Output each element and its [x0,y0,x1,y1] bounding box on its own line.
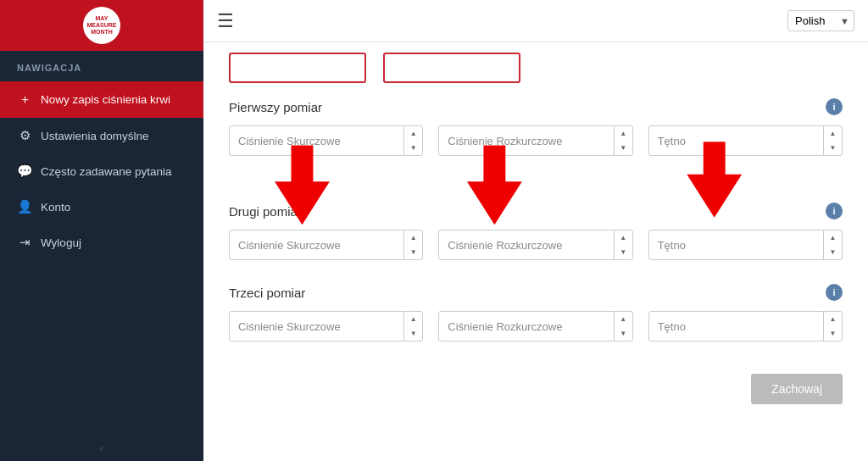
spinner-up[interactable]: ▲ [615,312,632,326]
field-placeholder: Ciśnienie Skurczowe [230,320,403,333]
spinner-down[interactable]: ▼ [615,141,632,155]
content-inner: Pierwszy pomiar i Ciśnienie Skurczowe ▲ … [203,42,868,461]
field-systolic-1: Ciśnienie Skurczowe ▲ ▼ [229,125,423,156]
section-title-3: Trzeci pomiar [229,286,305,300]
plus-icon: ＋ [17,92,32,108]
sidebar-logo: MAYMEASUREMONTH [0,0,203,51]
prev-button[interactable] [229,53,366,83]
topbar-right: Polish English German French ▼ [787,10,854,31]
info-icon-2[interactable]: i [826,203,843,219]
top-buttons-row [229,53,843,83]
spinner-diastolic-1[interactable]: ▲ ▼ [614,126,632,155]
spinner-down[interactable]: ▼ [824,141,842,155]
spinner-up[interactable]: ▲ [404,230,422,245]
section-title-2: Drugi pomiar [229,204,302,219]
info-icon-1[interactable]: i [826,98,843,115]
sidebar-item-label: Konto [41,201,70,214]
spinner-diastolic-2[interactable]: ▲ ▼ [614,230,632,259]
next-button[interactable] [383,53,520,83]
info-icon-3[interactable]: i [826,284,843,301]
field-placeholder: Ciśnienie Skurczowe [230,239,403,252]
content-area: Pierwszy pomiar i Ciśnienie Skurczowe ▲ … [203,42,868,461]
save-row: Zachowaj [229,365,843,404]
language-select[interactable]: Polish English German French [787,10,854,31]
spinner-systolic-2[interactable]: ▲ ▼ [403,230,422,259]
scroll-indicator: ‹ [100,442,103,454]
section-header-2: Drugi pomiar i [229,203,843,219]
spinner-up[interactable]: ▲ [404,126,422,141]
sidebar-item-label: Ustawienia domyślne [41,130,149,142]
field-placeholder: Tętno [649,239,823,252]
sidebar-item-logout[interactable]: ⇥ Wyloguj [0,225,203,260]
spinner-systolic-1[interactable]: ▲ ▼ [403,126,422,155]
save-button[interactable]: Zachowaj [751,374,843,404]
main-area: ☰ Polish English German French ▼ [203,0,868,461]
spinner-pulse-3[interactable]: ▲ ▼ [823,312,842,341]
field-placeholder: Ciśnienie Rozkurczowe [439,239,613,252]
sidebar-item-settings[interactable]: ⚙ Ustawienia domyślne [0,118,203,153]
spinner-down[interactable]: ▼ [824,326,842,341]
logout-icon: ⇥ [17,235,32,250]
chat-icon: 💬 [17,164,32,179]
section-title-1: Pierwszy pomiar [229,100,322,114]
field-pulse-3: Tętno ▲ ▼ [648,311,843,342]
sidebar-item-faq[interactable]: 💬 Często zadawane pytania [0,153,203,189]
field-placeholder: Tętno [649,135,823,147]
spinner-systolic-3[interactable]: ▲ ▼ [403,312,422,341]
field-placeholder: Tętno [649,320,823,333]
sidebar-item-new-record[interactable]: ＋ Nowy zapis ciśnienia krwi [0,81,203,118]
spinner-up[interactable]: ▲ [824,230,842,245]
section-header-3: Trzeci pomiar i [229,284,843,301]
sidebar-item-label: Wyloguj [41,236,81,249]
spinner-diastolic-3[interactable]: ▲ ▼ [614,312,632,341]
fields-row-3: Ciśnienie Skurczowe ▲ ▼ Ciśnienie Rozkur… [229,311,843,342]
measurements-container: Pierwszy pomiar i Ciśnienie Skurczowe ▲ … [229,98,843,342]
field-placeholder: Ciśnienie Rozkurczowe [439,135,613,147]
sidebar-item-account[interactable]: 👤 Konto [0,189,203,225]
field-placeholder: Ciśnienie Rozkurczowe [439,320,613,333]
logo: MAYMEASUREMONTH [83,7,120,44]
section-header-1: Pierwszy pomiar i [229,98,843,115]
sidebar-item-label: Często zadawane pytania [41,165,172,178]
measurement-section-1: Pierwszy pomiar i Ciśnienie Skurczowe ▲ … [229,98,843,156]
field-diastolic-3: Ciśnienie Rozkurczowe ▲ ▼ [438,311,632,342]
language-wrapper: Polish English German French ▼ [787,10,854,31]
spinner-pulse-2[interactable]: ▲ ▼ [823,230,842,259]
field-placeholder: Ciśnienie Skurczowe [230,135,403,147]
fields-row-1: Ciśnienie Skurczowe ▲ ▼ Ciśnienie Rozkur… [229,125,843,156]
spinner-up[interactable]: ▲ [615,126,632,141]
topbar: ☰ Polish English German French ▼ [203,0,868,42]
gear-icon: ⚙ [17,128,32,143]
measurement-section-3: Trzeci pomiar i Ciśnienie Skurczowe ▲ ▼ [229,284,843,342]
field-diastolic-1: Ciśnienie Rozkurczowe ▲ ▼ [438,125,632,156]
hamburger-button[interactable]: ☰ [217,10,234,32]
spinner-up[interactable]: ▲ [824,312,842,326]
spinner-down[interactable]: ▼ [615,326,632,341]
spinner-up[interactable]: ▲ [615,230,632,245]
field-pulse-1: Tętno ▲ ▼ [648,125,843,156]
spinner-up[interactable]: ▲ [404,312,422,326]
fields-row-2: Ciśnienie Skurczowe ▲ ▼ Ciśnienie Rozkur… [229,230,843,260]
spinner-down[interactable]: ▼ [404,326,422,341]
spinner-pulse-1[interactable]: ▲ ▼ [823,126,842,155]
field-systolic-2: Ciśnienie Skurczowe ▲ ▼ [229,230,423,260]
nav-title: NAWIGACJA [0,51,203,81]
field-pulse-2: Tętno ▲ ▼ [648,230,843,260]
field-diastolic-2: Ciśnienie Rozkurczowe ▲ ▼ [438,230,632,260]
sidebar-item-label: Nowy zapis ciśnienia krwi [41,93,170,106]
measurement-section-2: Drugi pomiar i Ciśnienie Skurczowe ▲ ▼ [229,203,843,260]
spinner-down[interactable]: ▼ [404,245,422,259]
spinner-down[interactable]: ▼ [824,245,842,259]
spinner-up[interactable]: ▲ [824,126,842,141]
spinner-down[interactable]: ▼ [615,245,632,259]
sidebar: MAYMEASUREMONTH NAWIGACJA ＋ Nowy zapis c… [0,0,203,461]
spinner-down[interactable]: ▼ [404,141,422,155]
field-systolic-3: Ciśnienie Skurczowe ▲ ▼ [229,311,423,342]
user-icon: 👤 [17,199,32,214]
